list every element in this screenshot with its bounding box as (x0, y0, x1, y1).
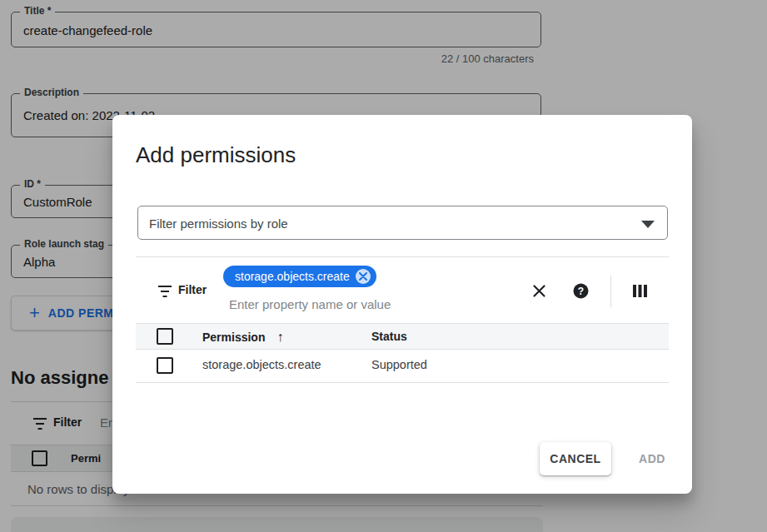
clear-filters-icon[interactable] (531, 283, 548, 300)
filter-input[interactable]: Enter property name or value (229, 297, 391, 311)
create-role-page: Title * create-changefeed-role 22 / 100 … (0, 0, 767, 532)
filter-permissions-by-role-select[interactable]: Filter permissions by role (137, 206, 668, 240)
permission-cell: storage.objects.create (202, 358, 321, 371)
filter-label: Filter (178, 283, 207, 296)
row-checkbox[interactable] (157, 357, 173, 374)
cancel-button[interactable]: CANCEL (540, 442, 611, 475)
permissions-table: Permission↑ Status storage.objects.creat… (136, 323, 669, 383)
table-filter-toolbar: Filter storage.objects.create Enter prop… (136, 256, 669, 323)
filter-icon (158, 286, 172, 297)
status-column-header[interactable]: Status (371, 330, 407, 343)
dropdown-arrow-icon (641, 221, 655, 228)
columns-icon[interactable] (633, 285, 650, 301)
chip-close-icon[interactable] (356, 269, 371, 284)
permission-column-header[interactable]: Permission↑ (202, 330, 283, 345)
select-all-checkbox[interactable] (157, 328, 173, 345)
add-permissions-dialog: Add permissions Filter permissions by ro… (112, 115, 692, 494)
svg-text:?: ? (578, 286, 584, 297)
role-select-placeholder: Filter permissions by role (149, 216, 288, 230)
table-row[interactable]: storage.objects.create Supported (136, 350, 669, 383)
help-icon[interactable]: ? (573, 283, 590, 300)
permissions-table-header: Permission↑ Status (136, 323, 669, 350)
filter-chip[interactable]: storage.objects.create (223, 266, 376, 287)
filter-chip-text: storage.objects.create (235, 270, 350, 283)
toolbar-separator (610, 276, 611, 307)
status-cell: Supported (371, 358, 427, 371)
sort-ascending-icon: ↑ (276, 330, 283, 344)
dialog-title: Add permissions (136, 142, 296, 168)
add-button[interactable]: ADD (625, 442, 680, 475)
